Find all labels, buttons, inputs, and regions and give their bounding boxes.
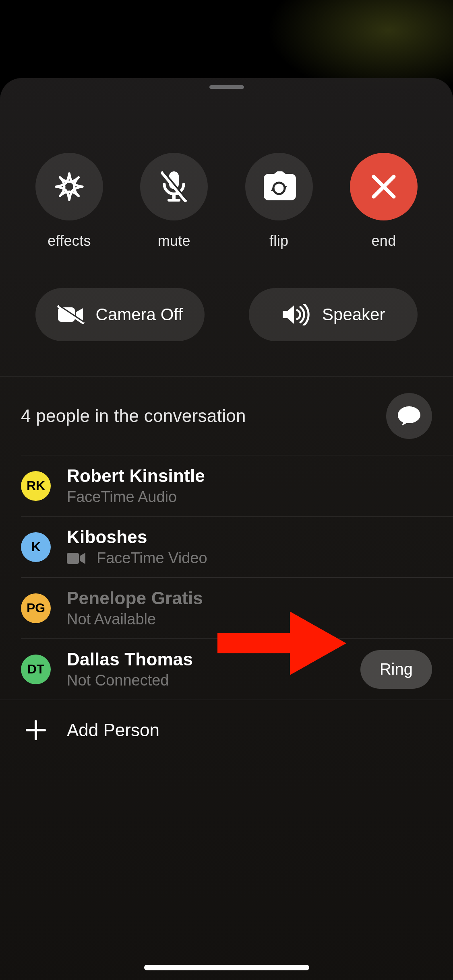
ring-button-label: Ring [380, 660, 413, 678]
sheet-grabber[interactable] [209, 85, 244, 89]
speaker-label: Speaker [322, 305, 385, 324]
participant-row[interactable]: KKiboshesFaceTime Video [0, 517, 453, 577]
participant-text: Penelope GratisNot Available [67, 588, 203, 628]
participant-name: Penelope Gratis [67, 588, 203, 608]
svg-rect-12 [67, 553, 79, 564]
participant-name: Kiboshes [67, 527, 207, 547]
participant-name: Robert Kinsintle [67, 466, 205, 486]
svg-rect-1 [172, 194, 176, 200]
speaker-icon [281, 304, 312, 325]
flip-button[interactable]: flip [245, 153, 313, 249]
participant-status: FaceTime Video [67, 550, 207, 567]
flip-circle [245, 153, 313, 220]
participant-text: Dallas ThomasNot Connected [67, 649, 193, 689]
messages-button[interactable] [386, 393, 432, 439]
mute-button[interactable]: mute [140, 153, 208, 249]
home-indicator [144, 965, 309, 970]
avatar: K [21, 532, 51, 562]
participant-status-text: Not Available [67, 611, 156, 628]
participants-title: 4 people in the conversation [21, 406, 246, 426]
participant-status-text: FaceTime Audio [67, 488, 177, 506]
controls-row: effects mute [0, 78, 453, 249]
effects-circle [35, 153, 103, 220]
participant-status-text: Not Connected [67, 672, 169, 689]
participant-status: FaceTime Audio [67, 488, 205, 506]
messages-icon [397, 405, 421, 427]
participant-status: Not Connected [67, 672, 193, 689]
participant-name: Dallas Thomas [67, 649, 193, 669]
video-icon [67, 552, 86, 565]
participant-status: Not Available [67, 611, 203, 628]
effects-icon [53, 170, 86, 203]
participants-list: RKRobert KinsintleFaceTime AudioKKiboshe… [0, 455, 453, 700]
ring-button[interactable]: Ring [360, 650, 432, 689]
effects-label: effects [48, 233, 91, 249]
add-person-label: Add Person [67, 720, 159, 740]
pill-row: Camera Off Speaker [0, 288, 453, 341]
participant-row[interactable]: PGPenelope GratisNot Available [0, 578, 453, 638]
mute-icon [158, 169, 190, 204]
svg-rect-2 [168, 199, 180, 202]
end-button[interactable]: end [350, 153, 418, 249]
participants-header: 4 people in the conversation [0, 377, 453, 455]
plus-icon [21, 715, 51, 745]
participant-text: Robert KinsintleFaceTime Audio [67, 466, 205, 506]
effects-button[interactable]: effects [35, 153, 103, 249]
participant-row[interactable]: DTDallas ThomasNot ConnectedRing [0, 639, 453, 700]
speaker-button[interactable]: Speaker [249, 288, 418, 341]
flip-label: flip [269, 233, 288, 249]
camera-off-icon [57, 305, 85, 324]
add-person-button[interactable]: Add Person [0, 700, 453, 760]
call-sheet: effects mute [0, 78, 453, 980]
end-circle [350, 153, 418, 220]
camera-off-label: Camera Off [96, 305, 183, 324]
mute-label: mute [158, 233, 190, 249]
participant-status-text: FaceTime Video [97, 550, 207, 567]
avatar: PG [21, 593, 51, 623]
avatar: DT [21, 655, 51, 684]
end-label: end [372, 233, 396, 249]
mute-circle [140, 153, 208, 220]
camera-off-button[interactable]: Camera Off [35, 288, 205, 341]
participant-text: KiboshesFaceTime Video [67, 527, 207, 567]
flip-icon [261, 171, 298, 202]
avatar: RK [21, 471, 51, 501]
participant-row[interactable]: RKRobert KinsintleFaceTime Audio [0, 455, 453, 516]
close-icon [370, 173, 397, 200]
